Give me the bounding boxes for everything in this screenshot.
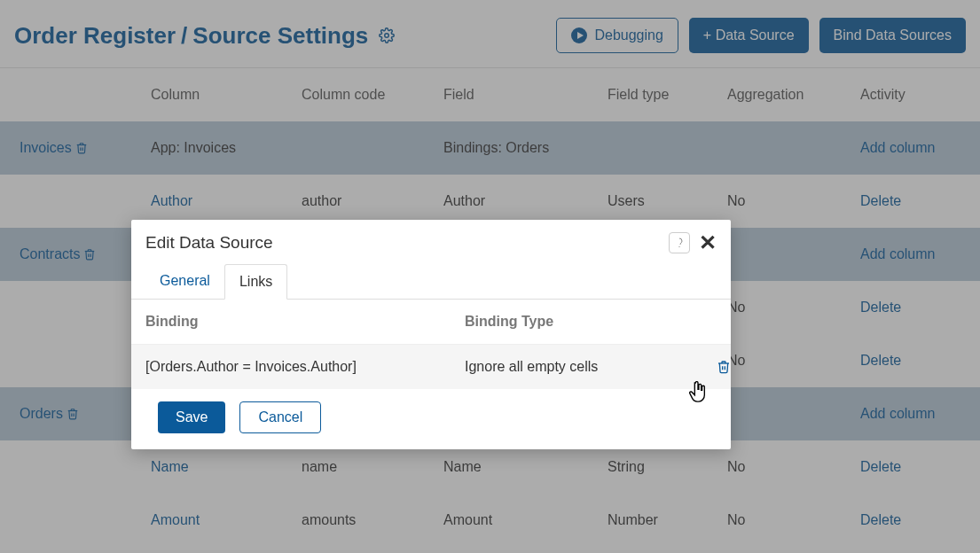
modal-footer: Save Cancel [131,389,731,449]
modal-col-binding: Binding [145,314,465,330]
binding-expression: [Orders.Author = Invoices.Author] [145,359,465,375]
modal-table-header: Binding Binding Type [131,300,731,345]
delete-binding-button[interactable] [717,360,731,374]
modal-table-row: [Orders.Author = Invoices.Author] Ignore… [131,345,731,389]
modal-title: Edit Data Source [145,233,273,253]
modal-col-binding-type: Binding Type [465,314,678,330]
cancel-button[interactable]: Cancel [239,401,321,433]
tab-general[interactable]: General [145,264,224,299]
close-icon[interactable]: ✕ [699,232,717,253]
save-button[interactable]: Save [158,401,225,433]
modal-tabs: General Links [131,264,731,300]
edit-data-source-modal: Edit Data Source ✕ General Links Binding… [131,220,731,449]
binding-type-value: Ignore all empty cells [465,359,678,375]
modal-overlay: Edit Data Source ✕ General Links Binding… [0,0,980,553]
tab-links[interactable]: Links [224,264,287,300]
help-icon[interactable] [669,232,690,253]
modal-header: Edit Data Source ✕ [131,220,731,261]
